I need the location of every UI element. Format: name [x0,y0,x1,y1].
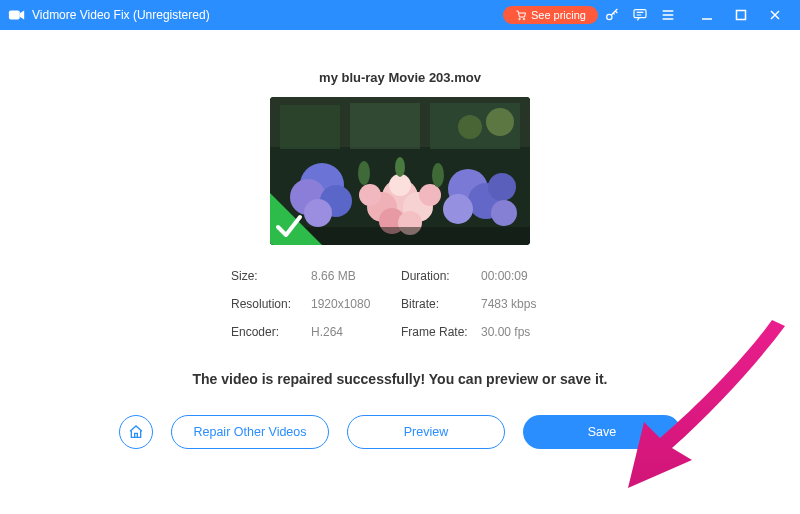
main-content: my blu-ray Movie 203.mov [0,30,800,514]
svg-point-19 [443,194,473,224]
framerate-label: Frame Rate: [401,319,479,345]
svg-point-32 [395,157,405,177]
bitrate-value: 7483 kbps [481,291,569,317]
see-pricing-button[interactable]: See pricing [503,6,598,24]
repair-other-button[interactable]: Repair Other Videos [171,415,329,449]
table-row: Encoder: H.264 Frame Rate: 30.00 fps [231,319,569,345]
svg-point-12 [458,115,482,139]
minimize-button[interactable] [690,1,724,29]
framerate-value: 30.00 fps [481,319,569,345]
save-label: Save [588,425,617,439]
key-icon[interactable] [598,1,626,29]
maximize-button[interactable] [724,1,758,29]
svg-point-29 [419,184,441,206]
success-message: The video is repaired successfully! You … [193,371,608,387]
duration-label: Duration: [401,263,479,289]
repair-other-label: Repair Other Videos [193,425,306,439]
svg-point-27 [389,174,411,196]
close-button[interactable] [758,1,792,29]
svg-point-11 [486,108,514,136]
size-label: Size: [231,263,309,289]
table-row: Resolution: 1920x1080 Bitrate: 7483 kbps [231,291,569,317]
bitrate-label: Bitrate: [401,291,479,317]
svg-rect-8 [280,105,340,149]
svg-point-3 [607,14,612,19]
size-value: 8.66 MB [311,263,399,289]
svg-point-30 [358,161,370,185]
cart-icon [515,9,527,21]
svg-point-28 [359,184,381,206]
home-button[interactable] [119,415,153,449]
svg-point-21 [491,200,517,226]
home-icon [128,424,144,440]
svg-point-1 [519,18,521,20]
preview-button[interactable]: Preview [347,415,505,449]
success-check-icon [270,193,322,245]
bottom-bar: Repair Other Videos Preview Save [119,415,681,449]
metadata-table: Size: 8.66 MB Duration: 00:00:09 Resolut… [229,261,571,347]
svg-point-2 [523,18,525,20]
titlebar: Vidmore Video Fix (Unregistered) See pri… [0,0,800,30]
resolution-label: Resolution: [231,291,309,317]
filename-text: my blu-ray Movie 203.mov [319,70,481,85]
svg-rect-4 [634,10,646,18]
video-thumbnail[interactable] [270,97,530,245]
svg-rect-9 [350,103,420,149]
svg-rect-5 [737,11,746,20]
table-row: Size: 8.66 MB Duration: 00:00:09 [231,263,569,289]
window-controls [690,1,792,29]
preview-label: Preview [404,425,448,439]
svg-rect-0 [9,11,20,20]
app-title: Vidmore Video Fix (Unregistered) [32,8,210,22]
app-logo-icon [8,8,26,22]
resolution-value: 1920x1080 [311,291,399,317]
duration-value: 00:00:09 [481,263,569,289]
encoder-value: H.264 [311,319,399,345]
see-pricing-label: See pricing [531,9,586,21]
encoder-label: Encoder: [231,319,309,345]
feedback-icon[interactable] [626,1,654,29]
svg-point-20 [488,173,516,201]
svg-point-31 [432,163,444,187]
menu-icon[interactable] [654,1,682,29]
titlebar-left: Vidmore Video Fix (Unregistered) [8,8,210,22]
save-button[interactable]: Save [523,415,681,449]
